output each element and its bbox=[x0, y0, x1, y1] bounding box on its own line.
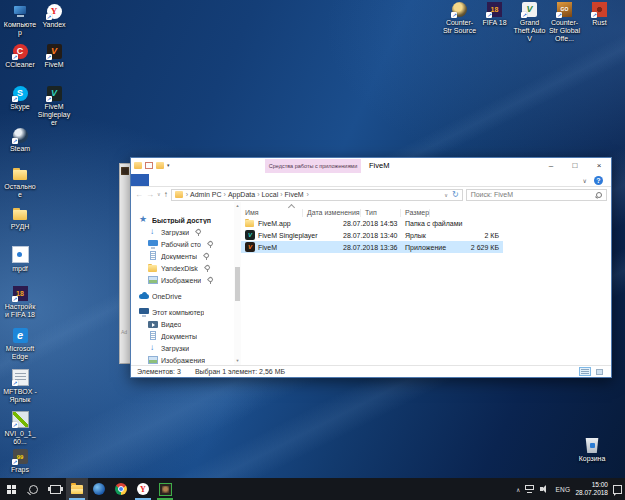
taskbar-search-button[interactable] bbox=[22, 478, 44, 500]
address-bar[interactable]: ›Admin PC›AppData›Local›FiveM › ∨ ↻ bbox=[171, 189, 463, 201]
nav-item[interactable]: Документы bbox=[131, 250, 234, 262]
language-indicator[interactable]: ENG bbox=[555, 486, 570, 493]
minimize-button[interactable]: – bbox=[539, 158, 563, 173]
nav-item[interactable]: Этот компьютер bbox=[131, 306, 234, 318]
breadcrumb-item[interactable]: ›Local bbox=[255, 191, 278, 198]
desktop-icon[interactable]: Компьютер bbox=[3, 4, 37, 37]
nav-item[interactable]: OneDrive bbox=[131, 290, 234, 302]
breadcrumb-item[interactable]: ›FiveM bbox=[278, 191, 303, 198]
nav-item[interactable]: Изображени bbox=[131, 274, 234, 286]
desktop-icon[interactable]: S Skype bbox=[3, 86, 37, 111]
ribbon-tab[interactable] bbox=[211, 174, 227, 186]
icons-view-button[interactable] bbox=[593, 367, 605, 376]
desktop-icon[interactable]: Y Yandex bbox=[37, 4, 71, 29]
back-button[interactable]: ← bbox=[135, 191, 143, 199]
nav-item[interactable]: Изображения bbox=[131, 354, 234, 365]
taskbar-game-button[interactable] bbox=[154, 478, 176, 500]
desktop-icon[interactable]: V FiveM Singleplayer bbox=[37, 86, 71, 127]
nav-item-icon bbox=[139, 307, 149, 317]
qat-new-folder-icon[interactable] bbox=[156, 162, 164, 169]
pin-icon bbox=[204, 265, 210, 272]
taskbar-app-button[interactable] bbox=[88, 478, 110, 500]
desktop-icon[interactable]: V FiveM bbox=[37, 44, 71, 69]
file-name: FiveM Singleplayer bbox=[258, 232, 318, 239]
nav-item[interactable]: YandexDisk bbox=[131, 262, 234, 274]
desktop-icon[interactable]: РУДН bbox=[3, 206, 37, 231]
file-icon: V bbox=[245, 230, 255, 240]
nav-item-label: Этот компьютер bbox=[152, 309, 204, 316]
column-header[interactable]: Размер bbox=[401, 209, 430, 217]
desktop-icon[interactable]: Остальное bbox=[3, 166, 37, 199]
clock[interactable]: 15:00 28.07.2018 bbox=[575, 481, 608, 497]
desktop-icon-label: FiveM Singleplayer bbox=[37, 103, 71, 127]
desktop-icon[interactable]: 99 Fraps bbox=[3, 449, 37, 474]
nav-item[interactable]: Видео bbox=[131, 318, 234, 330]
title-bar[interactable]: ▾ Средства работы с приложениями FiveM –… bbox=[131, 158, 611, 174]
desktop-icon[interactable]: Steam bbox=[3, 128, 37, 153]
action-center-icon[interactable] bbox=[613, 485, 622, 494]
refresh-icon[interactable]: ↻ bbox=[452, 191, 459, 199]
desktop-icon[interactable]: 18 FIFA 18 bbox=[477, 2, 512, 43]
breadcrumb-separator: › bbox=[186, 191, 188, 198]
nav-scrollbar[interactable]: ▲ ▼ bbox=[234, 202, 241, 365]
recycle-bin-icon[interactable]: Корзина bbox=[575, 438, 609, 463]
ribbon-collapse-chevron-icon[interactable]: ∨ bbox=[583, 177, 587, 184]
column-header[interactable]: Имя bbox=[241, 209, 303, 217]
qat-customize-chevron-icon[interactable]: ▾ bbox=[167, 162, 170, 169]
nav-item[interactable]: Загрузки bbox=[131, 226, 234, 238]
breadcrumb-item[interactable]: ›Admin PC bbox=[184, 191, 222, 198]
ribbon-tab[interactable] bbox=[131, 174, 149, 186]
scrollbar-thumb[interactable] bbox=[235, 267, 240, 301]
column-header[interactable]: Дата изменения bbox=[303, 209, 361, 217]
qat-properties-icon[interactable] bbox=[145, 162, 153, 169]
column-header[interactable]: Тип bbox=[361, 209, 401, 217]
shortcut-arrow-icon bbox=[556, 12, 562, 18]
nav-item[interactable]: Быстрый доступ bbox=[131, 214, 234, 226]
taskbar-explorer-button[interactable] bbox=[66, 478, 88, 500]
taskbar-chrome-button[interactable] bbox=[110, 478, 132, 500]
up-button[interactable]: ↑ bbox=[164, 191, 168, 199]
tray-expand-chevron-icon[interactable]: ∧ bbox=[516, 486, 520, 493]
forward-button[interactable]: → bbox=[146, 191, 154, 199]
app-tools-tab[interactable]: Средства работы с приложениями bbox=[265, 159, 361, 173]
breadcrumb-separator: › bbox=[257, 191, 259, 198]
history-chevron-icon[interactable]: ∨ bbox=[157, 192, 161, 197]
task-view-button[interactable] bbox=[44, 478, 66, 500]
desktop-icon[interactable]: V Grand Theft Auto V bbox=[512, 2, 547, 43]
file-icon: V bbox=[245, 242, 255, 252]
desktop-icon[interactable]: mpdf bbox=[3, 246, 37, 273]
file-row[interactable]: FiveM.app 28.07.2018 14:53 Папка с файла… bbox=[241, 217, 503, 229]
maximize-button[interactable]: □ bbox=[563, 158, 587, 173]
ribbon-tab[interactable] bbox=[165, 174, 181, 186]
volume-icon[interactable] bbox=[540, 485, 550, 493]
desktop-icon[interactable]: 18 Настройки FIFA 18 bbox=[3, 286, 37, 319]
desktop-icon[interactable]: NVI_0_1_60... bbox=[3, 411, 37, 446]
desktop-icon[interactable]: Rust bbox=[582, 2, 617, 43]
scroll-up-arrow-icon[interactable]: ▲ bbox=[236, 204, 240, 208]
ribbon-tab[interactable] bbox=[181, 174, 197, 186]
network-icon[interactable] bbox=[525, 485, 535, 493]
search-box[interactable]: Поиск: FiveM bbox=[466, 189, 607, 201]
ribbon-tab[interactable] bbox=[149, 174, 165, 186]
desktop-icon[interactable]: MFTBOX - Ярлык bbox=[3, 369, 37, 404]
details-view-button[interactable] bbox=[579, 367, 591, 376]
address-dropdown-chevron-icon[interactable]: ∨ bbox=[444, 192, 448, 198]
breadcrumb-item[interactable]: ›AppData bbox=[222, 191, 256, 198]
scroll-down-arrow-icon[interactable]: ▼ bbox=[236, 359, 240, 363]
file-type: Папка с файлами bbox=[405, 220, 463, 227]
desktop-icon[interactable]: Counter-Str Source bbox=[442, 2, 477, 43]
taskbar-yandex-button[interactable]: Y bbox=[132, 478, 154, 500]
desktop-icon[interactable]: C CCleaner bbox=[3, 44, 37, 69]
help-icon[interactable]: ? bbox=[594, 176, 603, 185]
desktop-icon-glyph bbox=[592, 2, 607, 17]
background-window-text: Ad bbox=[121, 329, 127, 335]
nav-item[interactable]: Рабочий сто bbox=[131, 238, 234, 250]
desktop-icon[interactable]: GO Counter-Str Global Offe... bbox=[547, 2, 582, 43]
nav-item[interactable]: Загрузки bbox=[131, 342, 234, 354]
desktop-icon[interactable]: e Microsoft Edge bbox=[3, 328, 37, 361]
close-button[interactable]: × bbox=[587, 158, 611, 173]
file-row[interactable]: VFiveM 28.07.2018 13:36 Приложение 2 629… bbox=[241, 241, 503, 253]
start-button[interactable] bbox=[0, 478, 22, 500]
nav-item[interactable]: Документы bbox=[131, 330, 234, 342]
file-row[interactable]: VFiveM Singleplayer 28.07.2018 13:40 Ярл… bbox=[241, 229, 503, 241]
